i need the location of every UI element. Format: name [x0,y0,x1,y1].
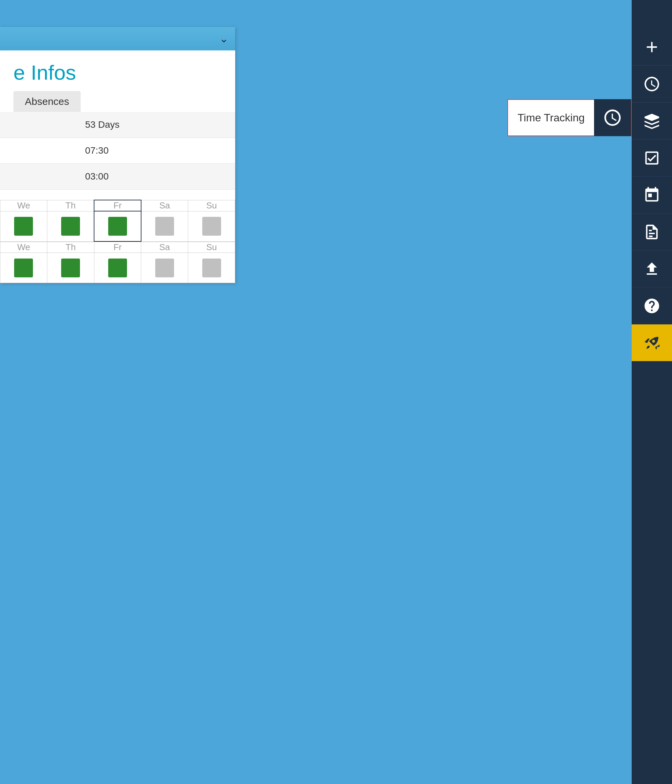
table-row: 53 Days [0,112,235,138]
day-header-su-1: Su [188,200,235,211]
launch-button[interactable] [632,324,672,361]
infos-prefix: e [14,61,31,84]
table-cell-value: 03:00 [71,164,235,190]
table-cell-value: 07:30 [71,138,235,164]
calendar-button[interactable] [632,176,672,213]
time-tracking-tooltip: Time Tracking [507,99,632,136]
day-indicator [14,217,33,236]
day-indicator [61,217,80,236]
question-icon [643,297,661,315]
calendar-day-row-2 [0,253,235,283]
calendar-section: We Th Fr Sa Su [0,190,235,283]
calendar-day-row-1 [0,211,235,241]
clock-icon [643,75,661,93]
help-button[interactable] [632,288,672,324]
boxes-icon [643,112,661,130]
day-cell-th-1 [47,211,94,241]
day-cell-fr-1 [94,211,141,241]
day-cell-su-2 [188,253,235,283]
day-cell-we-1 [0,211,47,241]
day-header-th-2: Th [47,242,94,253]
day-cell-we-2 [0,253,47,283]
right-sidebar [632,0,672,784]
calendar-week-1: We Th Fr Sa Su [0,200,235,242]
calendar-icon [643,186,661,204]
table-cell-label [0,112,71,138]
table-row: 03:00 [0,164,235,190]
plus-icon [643,38,661,56]
clock-icon [603,108,622,128]
day-indicator [108,258,127,277]
time-tracking-label: Time Tracking [508,112,594,124]
day-cell-su-1 [188,211,235,241]
day-indicator [14,258,33,277]
tab-row: Absences [0,91,235,112]
rocket-icon [643,334,661,352]
day-cell-sa-2 [141,253,188,283]
check-square-icon [643,149,661,167]
time-tracking-icon-box [594,99,631,136]
task-button[interactable] [632,140,672,176]
day-header-fr-2: Fr [94,242,141,253]
absences-tab[interactable]: Absences [14,91,81,112]
table-row: 07:30 [0,138,235,164]
day-header-we-1: We [0,200,47,211]
day-header-th-1: Th [47,200,94,211]
calendar-header-row-2: We Th Fr Sa Su [0,242,235,253]
calendar-week-2: We Th Fr Sa Su [0,242,235,283]
day-header-fr-1: Fr [94,200,141,211]
day-indicator [202,258,221,277]
table-cell-label [0,164,71,190]
report-icon [643,223,661,241]
upload-icon [643,260,661,278]
report-button[interactable] [632,213,672,250]
table-cell-label [0,138,71,164]
day-header-we-2: We [0,242,47,253]
day-indicator [155,217,174,236]
chevron-down-icon[interactable]: ⌄ [219,32,228,45]
main-panel: ⌄ e Infos Absences 53 Days 07:30 03:00 [0,27,235,283]
day-header-sa-2: Sa [141,242,188,253]
boxes-button[interactable] [632,103,672,140]
day-header-su-2: Su [188,242,235,253]
table-cell-value: 53 Days [71,112,235,138]
info-table: 53 Days 07:30 03:00 [0,112,235,190]
day-indicator [155,258,174,277]
day-indicator [108,217,127,236]
time-tracking-button[interactable] [632,65,672,103]
day-cell-fr-2 [94,253,141,283]
day-indicator [61,258,80,277]
infos-title: Infos [31,61,76,84]
add-button[interactable] [632,29,672,65]
day-header-sa-1: Sa [141,200,188,211]
calendar-header-row-1: We Th Fr Sa Su [0,200,235,211]
day-cell-th-2 [47,253,94,283]
panel-header: ⌄ [0,27,235,50]
infos-heading: e Infos [0,50,235,91]
day-indicator [202,217,221,236]
upload-button[interactable] [632,250,672,288]
day-cell-sa-1 [141,211,188,241]
